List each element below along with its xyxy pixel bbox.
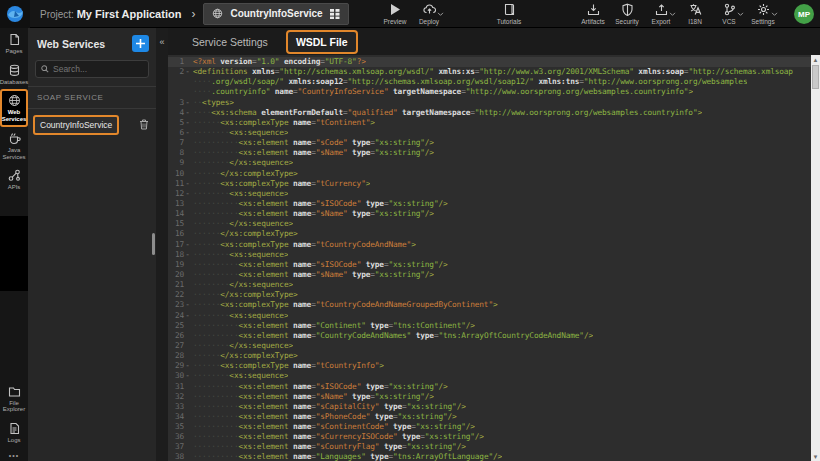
panel-scrollbar-thumb[interactable] xyxy=(152,233,155,255)
caret-down-icon[interactable] xyxy=(669,12,676,17)
code-text[interactable]: ········<xs:sequence> xyxy=(191,250,288,260)
code-text[interactable]: ··········<xs:element name="sCountryFlag… xyxy=(191,442,466,452)
service-search-box[interactable] xyxy=(35,60,149,78)
code-text[interactable]: ······<xs:complexType name="tCountryCode… xyxy=(191,300,498,310)
fold-toggle-icon[interactable]: - xyxy=(184,118,191,128)
service-item-countryinfoservice[interactable]: CountryInfoService xyxy=(33,115,119,135)
code-text[interactable]: ··<types> xyxy=(191,98,234,108)
code-text[interactable]: ····<xs:schema elementFormDefault="quali… xyxy=(191,108,702,118)
code-text[interactable]: ········<xs:sequence> xyxy=(191,371,288,381)
sidebar-more-button[interactable]: ••• xyxy=(0,452,28,459)
code-line[interactable]: 23-······<xs:complexType name="tCountryC… xyxy=(168,300,811,310)
code-text[interactable]: ··········<xs:element name="sCapitalCity… xyxy=(191,402,466,412)
code-text[interactable]: ··········<xs:element name="Languages" t… xyxy=(191,452,502,461)
fold-toggle-icon[interactable]: - xyxy=(184,179,191,189)
code-line[interactable]: 3-··<types> xyxy=(168,98,811,108)
code-text[interactable]: ····.org/wsdl/soap/" xmlns:soap12="http:… xyxy=(191,77,747,87)
fold-toggle-icon[interactable]: - xyxy=(184,67,191,77)
code-line[interactable]: 29-······<xs:complexType name="tCountryI… xyxy=(168,361,811,371)
code-line[interactable]: 4-····<xs:schema elementFormDefault="qua… xyxy=(168,108,811,118)
scrollbar-thumb[interactable] xyxy=(812,65,819,89)
code-line[interactable]: 34··········<xs:element name="sPhoneCode… xyxy=(168,412,811,422)
code-text[interactable]: ········<xs:sequence> xyxy=(191,128,288,138)
code-text[interactable]: ··········<xs:element name="sName" type=… xyxy=(191,148,434,158)
fold-toggle-icon[interactable]: - xyxy=(184,240,191,250)
document-tab-countryinfoservice[interactable]: CountryInfoService xyxy=(203,3,348,25)
code-line[interactable]: 15········</xs:sequence> xyxy=(168,219,811,229)
code-line[interactable]: 13··········<xs:element name="sISOCode" … xyxy=(168,199,811,209)
vcs-button[interactable]: VCS xyxy=(712,3,746,25)
code-line[interactable]: 16······</xs:complexType> xyxy=(168,229,811,239)
code-text[interactable]: ··········<xs:element name="Continent" t… xyxy=(191,321,475,331)
code-text[interactable]: ··········<xs:element name="sName" type=… xyxy=(191,392,434,402)
code-text[interactable]: ········<xs:sequence> xyxy=(191,189,288,199)
code-text[interactable]: ··········<xs:element name="sISOCode" ty… xyxy=(191,199,448,209)
export-button[interactable]: Export xyxy=(644,3,678,25)
code-line[interactable]: ····.countryinfo" name="CountryInfoServi… xyxy=(168,87,811,97)
collapse-panel-button[interactable]: « xyxy=(157,36,167,48)
code-line[interactable]: 8··········<xs:element name="sName" type… xyxy=(168,148,811,158)
sidebar-item-apis[interactable]: APIs xyxy=(0,164,28,195)
code-text[interactable]: ········</xs:sequence> xyxy=(191,341,293,351)
security-button[interactable]: Security xyxy=(610,3,644,25)
code-line[interactable]: 21········</xs:sequence> xyxy=(168,280,811,290)
artifacts-button[interactable]: Artifacts xyxy=(576,3,610,25)
grid-icon[interactable] xyxy=(330,9,340,19)
scroll-up-arrow[interactable]: ▲ xyxy=(811,55,820,64)
fold-toggle-icon[interactable]: - xyxy=(184,371,191,381)
scroll-down-arrow[interactable]: ▼ xyxy=(811,452,820,461)
code-text[interactable]: ··········<xs:element name="sISOCode" ty… xyxy=(191,382,448,392)
i18n-button[interactable]: I18N xyxy=(678,3,712,25)
code-text[interactable]: ········<xs:sequence> xyxy=(191,311,288,321)
fold-toggle-icon[interactable]: - xyxy=(184,300,191,310)
code-text[interactable]: ······<xs:complexType name="tCountryInfo… xyxy=(191,361,384,371)
code-line[interactable]: 31··········<xs:element name="sISOCode" … xyxy=(168,382,811,392)
code-line[interactable]: 22······</xs:complexType> xyxy=(168,290,811,300)
fold-toggle-icon[interactable]: - xyxy=(184,311,191,321)
project-name[interactable]: My First Application xyxy=(77,8,182,20)
caret-down-icon[interactable] xyxy=(437,12,444,17)
code-line[interactable]: 33··········<xs:element name="sCapitalCi… xyxy=(168,402,811,412)
code-text[interactable]: <definitions xmlns="http://schemas.xmlso… xyxy=(191,67,793,77)
sidebar-item-web-services[interactable]: WebServices xyxy=(0,89,28,127)
trash-icon[interactable] xyxy=(139,119,149,131)
code-line[interactable]: 18-········<xs:sequence> xyxy=(168,250,811,260)
code-text[interactable]: ··········<xs:element name="sISOCode" ty… xyxy=(191,260,448,270)
code-line[interactable]: 14··········<xs:element name="sName" typ… xyxy=(168,209,811,219)
code-line[interactable]: 38··········<xs:element name="Languages"… xyxy=(168,452,811,461)
code-text[interactable]: ····.countryinfo" name="CountryInfoServi… xyxy=(191,87,693,97)
sidebar-item-pages[interactable]: Pages xyxy=(0,28,28,59)
code-line[interactable]: 30-········<xs:sequence> xyxy=(168,371,811,381)
fold-toggle-icon[interactable]: - xyxy=(184,189,191,199)
code-text[interactable]: ··········<xs:element name="sCode" type=… xyxy=(191,138,434,148)
wsdl-code-editor[interactable]: 1<?xml version="1.0" encoding="UTF-8"?>2… xyxy=(168,55,820,461)
code-text[interactable]: ······<xs:complexType name="tCountryCode… xyxy=(191,240,416,250)
caret-down-icon[interactable] xyxy=(737,12,744,17)
code-line[interactable]: 2-<definitions xmlns="http://schemas.xml… xyxy=(168,67,811,77)
code-line[interactable]: 24-········<xs:sequence> xyxy=(168,311,811,321)
code-line[interactable]: ····.org/wsdl/soap/" xmlns:soap12="http:… xyxy=(168,77,811,87)
code-text[interactable]: <?xml version="1.0" encoding="UTF-8"?> xyxy=(191,57,366,67)
deploy-button[interactable]: Deploy xyxy=(412,3,446,25)
sidebar-item-logs[interactable]: Logs xyxy=(0,417,28,448)
code-line[interactable]: 28······</xs:complexType> xyxy=(168,351,811,361)
code-text[interactable]: ······</xs:complexType> xyxy=(191,351,298,361)
code-line[interactable]: 5-······<xs:complexType name="tContinent… xyxy=(168,118,811,128)
code-line[interactable]: 6-········<xs:sequence> xyxy=(168,128,811,138)
code-line[interactable]: 25··········<xs:element name="Continent"… xyxy=(168,321,811,331)
search-input[interactable] xyxy=(53,64,143,74)
add-service-button[interactable] xyxy=(132,35,149,52)
sidebar-item-databases[interactable]: Databases xyxy=(0,59,28,90)
code-text[interactable]: ······</xs:complexType> xyxy=(191,169,298,179)
code-text[interactable]: ········</xs:sequence> xyxy=(191,158,293,168)
code-text[interactable]: ··········<xs:element name="sName" type=… xyxy=(191,209,434,219)
code-line[interactable]: 20··········<xs:element name="sName" typ… xyxy=(168,270,811,280)
code-line[interactable]: 19··········<xs:element name="sISOCode" … xyxy=(168,260,811,270)
code-line[interactable]: 10······</xs:complexType> xyxy=(168,169,811,179)
editor-vertical-scrollbar[interactable]: ▲ ▼ xyxy=(811,55,820,461)
code-line[interactable]: 32··········<xs:element name="sName" typ… xyxy=(168,392,811,402)
code-text[interactable]: ······</xs:complexType> xyxy=(191,229,298,239)
fold-toggle-icon[interactable]: - xyxy=(184,108,191,118)
tab-wsdl-file[interactable]: WSDL File xyxy=(286,30,358,54)
tab-service-settings[interactable]: Service Settings xyxy=(184,32,276,52)
